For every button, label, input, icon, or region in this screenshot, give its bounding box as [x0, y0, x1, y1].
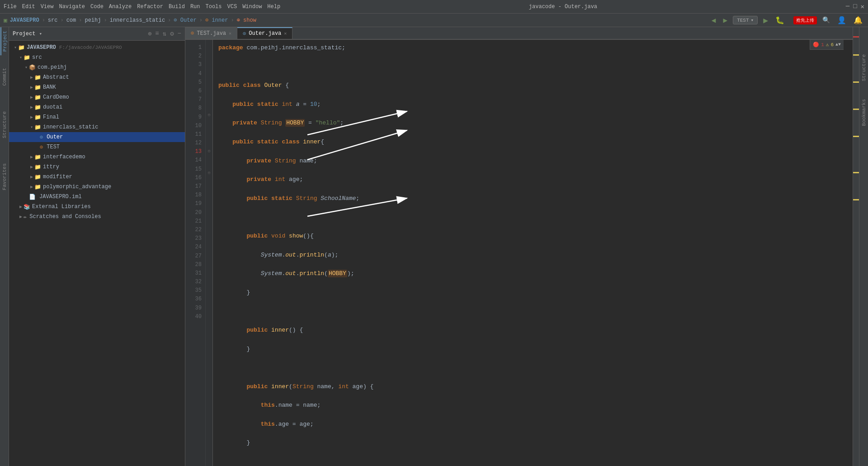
- code-content[interactable]: package com.peihj.innerclass_static; pub…: [213, 40, 853, 466]
- breadcrumb-src[interactable]: src: [48, 17, 58, 24]
- minimize-panel-icon[interactable]: −: [178, 30, 181, 38]
- tree-item-duotai[interactable]: ▶ 📁 duotai: [9, 102, 185, 112]
- tree-item-interfacedemo[interactable]: ▶ 📁 interfacedemo: [9, 152, 185, 162]
- left-side-tabs: Project Commit Structure Favorites: [0, 27, 9, 466]
- notification-icon: 🔔: [852, 16, 864, 25]
- csdn-badge-toolbar: 抢先上传: [793, 16, 817, 24]
- project-panel-title: Project: [13, 31, 35, 37]
- warning-scroll-mark-5: [853, 172, 859, 173]
- favorites-tab[interactable]: Favorites: [1, 160, 8, 194]
- tree-item-outer[interactable]: ⊙ Outer: [9, 132, 185, 142]
- warning-scroll-mark-2: [853, 81, 859, 83]
- window-menu[interactable]: Window: [242, 4, 262, 10]
- breadcrumb-peihj[interactable]: peihj: [85, 17, 101, 24]
- main-container: Project Commit Structure Favorites Proje…: [0, 27, 868, 466]
- tree-item-abstract[interactable]: ▶ 📁 Abstract: [9, 72, 185, 82]
- line-7: private String name;: [218, 157, 847, 166]
- run-config-dropdown-icon: ▾: [751, 17, 754, 23]
- sort-icon[interactable]: ⇅: [163, 30, 166, 38]
- tree-item-iml[interactable]: 📄 JAVASEPRO.iml: [9, 192, 185, 202]
- breadcrumb-innerclass[interactable]: innerclass_static: [110, 17, 165, 24]
- run-menu[interactable]: Run: [190, 4, 200, 10]
- title-bar: File Edit View Navigate Code Analyze Ref…: [0, 0, 868, 14]
- tree-item-scratches[interactable]: ▶ ✏️ Scratches and Consoles: [9, 212, 185, 222]
- dropdown-arrow-icon[interactable]: ▾: [39, 31, 42, 37]
- tab-outer-java[interactable]: ⊙ Outer.java ✕: [237, 27, 292, 39]
- tree-item-modifiter[interactable]: ▶ 📁 modifiter: [9, 172, 185, 182]
- warning-scroll-mark-6: [853, 199, 859, 200]
- window-controls[interactable]: ─ □ ✕: [846, 3, 864, 10]
- build-menu[interactable]: Build: [169, 4, 185, 10]
- line-16: public inner() {: [218, 326, 847, 335]
- line-18: [218, 363, 847, 373]
- code-editor[interactable]: 🔴 1 ⚠ 6 ▲▼ 1 2 3 4 5 6 7 8 9 10 11 12 13: [185, 40, 853, 466]
- edit-menu[interactable]: Edit: [22, 4, 35, 10]
- close-test-tab[interactable]: ✕: [229, 31, 231, 36]
- tree-item-bank[interactable]: ▶ 📁 BANK: [9, 82, 185, 92]
- tools-menu[interactable]: Tools: [206, 4, 222, 10]
- line-1: package com.peihj.innerclass_static;: [218, 43, 847, 53]
- tree-item-com-peihj[interactable]: ▾ 📦 com.peihj: [9, 62, 185, 72]
- breadcrumb-outer[interactable]: ⊙ Outer: [174, 17, 196, 24]
- warning-scroll-mark-4: [853, 136, 859, 137]
- breadcrumb-project[interactable]: JAVASEPRO: [10, 17, 39, 24]
- help-menu[interactable]: Help: [267, 4, 280, 10]
- tree-item-javasepro[interactable]: ▾ 📁 JAVASEPRO F:/javacode/JAVASEPRO: [9, 43, 185, 52]
- window-title: javacode - Outer.java: [280, 4, 846, 10]
- run-config-selector[interactable]: TEST ▾: [733, 16, 758, 24]
- locate-icon[interactable]: ⊕: [148, 30, 151, 38]
- tree-item-carddemo[interactable]: ▶ 📁 CardDemo: [9, 92, 185, 102]
- analyze-menu[interactable]: Analyze: [109, 4, 132, 10]
- search-button[interactable]: 🔍: [821, 16, 832, 24]
- menu-items[interactable]: File Edit View Navigate Code Analyze Ref…: [4, 4, 280, 10]
- close-button[interactable]: ✕: [861, 3, 864, 10]
- project-panel: Project ▾ ⊕ ≡ ⇅ ⚙ − ▾ 📁 JAVASEPRO F:/jav…: [9, 27, 185, 466]
- structure-panel: Structure Bookmarks: [859, 27, 868, 466]
- error-count: 1: [821, 42, 824, 48]
- view-menu[interactable]: View: [41, 4, 54, 10]
- toolbar-icon-project: ▣: [4, 17, 7, 24]
- line-20: this.name = name;: [218, 401, 847, 410]
- back-button[interactable]: ◀: [710, 16, 718, 25]
- scroll-indicators: [853, 27, 859, 466]
- breadcrumb-show[interactable]: ⊕ show: [237, 17, 256, 24]
- line-11: public void show(){: [218, 232, 847, 241]
- tree-item-ittry[interactable]: ▶ 📁 ittry: [9, 162, 185, 172]
- user-icon[interactable]: 👤: [835, 16, 848, 25]
- refactor-menu[interactable]: Refactor: [137, 4, 163, 10]
- tree-item-src[interactable]: ▾ 📁 src: [9, 52, 185, 62]
- structure-tab-left[interactable]: Structure: [1, 108, 8, 142]
- structure-panel-label[interactable]: Structure: [861, 54, 867, 81]
- commit-tab[interactable]: Commit: [1, 64, 8, 90]
- minimize-button[interactable]: ─: [846, 3, 849, 10]
- tab-label-outer[interactable]: Outer.java: [249, 30, 281, 37]
- tree-item-final[interactable]: ▶ 📁 Final: [9, 112, 185, 122]
- close-outer-tab[interactable]: ✕: [284, 31, 287, 36]
- debug-button[interactable]: 🐛: [774, 16, 786, 25]
- tree-item-external-libraries[interactable]: ▶ 📚 External Libraries: [9, 202, 185, 212]
- line-numbers: 1 2 3 4 5 6 7 8 9 10 11 12 13 14 15 16 1…: [185, 40, 206, 466]
- file-menu[interactable]: File: [4, 4, 17, 10]
- bookmarks-panel-label[interactable]: Bookmarks: [861, 99, 867, 126]
- tree-item-test[interactable]: ⊙ TEST: [9, 142, 185, 152]
- forward-button[interactable]: ▶: [721, 16, 729, 25]
- tab-test-java[interactable]: ⊙ TEST.java ✕: [185, 27, 237, 39]
- line-2: [218, 62, 847, 72]
- maximize-button[interactable]: □: [853, 3, 857, 10]
- breadcrumb-inner[interactable]: ⊙ inner: [205, 17, 228, 24]
- code-menu[interactable]: Code: [90, 4, 104, 10]
- line-5: private String HOBBY = "hello";: [218, 119, 847, 128]
- navigate-menu[interactable]: Navigate: [59, 4, 85, 10]
- tree-item-polymorphic[interactable]: ▶ 📁 polymorphic_advantage: [9, 182, 185, 192]
- breadcrumb-com[interactable]: com: [66, 17, 76, 24]
- line-15: [218, 307, 847, 316]
- vcs-menu[interactable]: VCS: [227, 4, 237, 10]
- run-button[interactable]: ▶: [761, 15, 770, 25]
- settings-icon[interactable]: ⚙: [170, 30, 174, 38]
- tree-item-innerclass-static[interactable]: ▾ 📁 innerclass_static: [9, 122, 185, 132]
- tab-label-test[interactable]: TEST.java: [197, 30, 226, 37]
- collapse-all-icon[interactable]: ≡: [155, 30, 159, 38]
- toolbar: ▣ JAVASEPRO › src › com › peihj › innerc…: [0, 14, 868, 27]
- line-3: public class Outer {: [218, 81, 847, 90]
- project-tab[interactable]: Project: [0, 27, 9, 55]
